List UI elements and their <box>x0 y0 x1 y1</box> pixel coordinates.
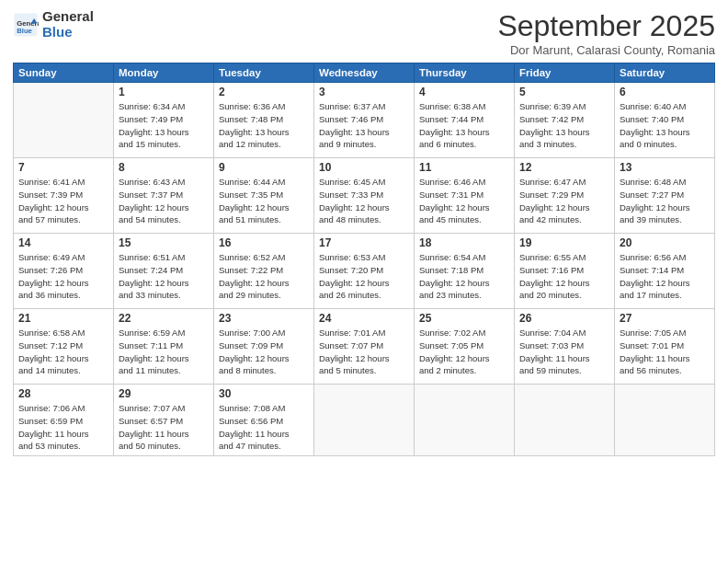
day-number: 28 <box>18 387 108 400</box>
logo: General Blue General Blue <box>13 9 94 40</box>
calendar-cell: 20Sunrise: 6:56 AM Sunset: 7:14 PM Dayli… <box>615 234 715 309</box>
day-info: Sunrise: 6:46 AM Sunset: 7:31 PM Dayligh… <box>419 176 509 226</box>
day-info: Sunrise: 6:58 AM Sunset: 7:12 PM Dayligh… <box>18 327 108 377</box>
day-info: Sunrise: 6:49 AM Sunset: 7:26 PM Dayligh… <box>18 251 108 302</box>
day-number: 27 <box>620 312 710 325</box>
calendar-cell: 14Sunrise: 6:49 AM Sunset: 7:26 PM Dayli… <box>14 234 114 309</box>
svg-text:Blue: Blue <box>17 27 32 35</box>
calendar-cell: 18Sunrise: 6:54 AM Sunset: 7:18 PM Dayli… <box>415 234 515 309</box>
day-number: 9 <box>219 161 309 174</box>
calendar-cell: 21Sunrise: 6:58 AM Sunset: 7:12 PM Dayli… <box>14 309 114 385</box>
day-info: Sunrise: 7:05 AM Sunset: 7:01 PM Dayligh… <box>620 327 710 377</box>
logo-icon: General Blue <box>13 12 39 38</box>
location-title: Dor Marunt, Calarasi County, Romania <box>497 43 715 57</box>
day-number: 17 <box>319 236 409 249</box>
day-info: Sunrise: 6:52 AM Sunset: 7:22 PM Dayligh… <box>219 251 309 302</box>
calendar-cell: 3Sunrise: 6:37 AM Sunset: 7:46 PM Daylig… <box>314 83 415 158</box>
day-info: Sunrise: 6:59 AM Sunset: 7:11 PM Dayligh… <box>119 327 209 377</box>
day-number: 20 <box>620 236 710 249</box>
day-info: Sunrise: 6:47 AM Sunset: 7:29 PM Dayligh… <box>519 176 609 226</box>
day-info: Sunrise: 6:36 AM Sunset: 7:48 PM Dayligh… <box>219 100 309 151</box>
day-number: 7 <box>18 161 108 174</box>
calendar-cell: 24Sunrise: 7:01 AM Sunset: 7:07 PM Dayli… <box>314 309 415 385</box>
day-number: 4 <box>419 86 509 98</box>
calendar-cell: 5Sunrise: 6:39 AM Sunset: 7:42 PM Daylig… <box>515 83 615 158</box>
calendar-cell: 8Sunrise: 6:43 AM Sunset: 7:37 PM Daylig… <box>114 158 214 234</box>
day-number: 13 <box>620 161 710 174</box>
calendar-cell: 11Sunrise: 6:46 AM Sunset: 7:31 PM Dayli… <box>415 158 515 234</box>
calendar-cell: 4Sunrise: 6:38 AM Sunset: 7:44 PM Daylig… <box>415 83 515 158</box>
calendar-cell: 13Sunrise: 6:48 AM Sunset: 7:27 PM Dayli… <box>615 158 715 234</box>
day-info: Sunrise: 6:40 AM Sunset: 7:40 PM Dayligh… <box>620 100 710 151</box>
calendar-cell: 23Sunrise: 7:00 AM Sunset: 7:09 PM Dayli… <box>214 309 314 385</box>
day-info: Sunrise: 6:54 AM Sunset: 7:18 PM Dayligh… <box>419 251 509 302</box>
day-number: 14 <box>18 236 108 249</box>
day-info: Sunrise: 7:07 AM Sunset: 6:57 PM Dayligh… <box>119 402 209 453</box>
day-number: 2 <box>219 86 309 98</box>
day-number: 12 <box>519 161 609 174</box>
calendar-cell <box>615 385 715 456</box>
calendar-cell <box>14 83 114 158</box>
day-number: 1 <box>119 86 209 98</box>
day-info: Sunrise: 6:56 AM Sunset: 7:14 PM Dayligh… <box>620 251 710 302</box>
calendar-cell: 12Sunrise: 6:47 AM Sunset: 7:29 PM Dayli… <box>515 158 615 234</box>
day-info: Sunrise: 7:04 AM Sunset: 7:03 PM Dayligh… <box>519 327 609 377</box>
day-of-week-header: Tuesday <box>214 63 314 83</box>
day-of-week-header: Thursday <box>415 63 515 83</box>
calendar-week-row: 28Sunrise: 7:06 AM Sunset: 6:59 PM Dayli… <box>14 385 715 456</box>
day-info: Sunrise: 6:48 AM Sunset: 7:27 PM Dayligh… <box>620 176 710 226</box>
calendar-cell: 26Sunrise: 7:04 AM Sunset: 7:03 PM Dayli… <box>515 309 615 385</box>
day-info: Sunrise: 6:43 AM Sunset: 7:37 PM Dayligh… <box>119 176 209 226</box>
calendar-cell: 27Sunrise: 7:05 AM Sunset: 7:01 PM Dayli… <box>615 309 715 385</box>
day-number: 24 <box>319 312 409 325</box>
day-info: Sunrise: 7:08 AM Sunset: 6:56 PM Dayligh… <box>219 402 309 453</box>
day-info: Sunrise: 6:45 AM Sunset: 7:33 PM Dayligh… <box>319 176 409 226</box>
calendar-cell: 7Sunrise: 6:41 AM Sunset: 7:39 PM Daylig… <box>14 158 114 234</box>
calendar-cell <box>515 385 615 456</box>
calendar-cell <box>415 385 515 456</box>
calendar-week-row: 1Sunrise: 6:34 AM Sunset: 7:49 PM Daylig… <box>14 83 715 158</box>
day-number: 15 <box>119 236 209 249</box>
day-info: Sunrise: 6:37 AM Sunset: 7:46 PM Dayligh… <box>319 100 409 151</box>
calendar-cell: 10Sunrise: 6:45 AM Sunset: 7:33 PM Dayli… <box>314 158 415 234</box>
calendar-cell: 16Sunrise: 6:52 AM Sunset: 7:22 PM Dayli… <box>214 234 314 309</box>
calendar-cell: 25Sunrise: 7:02 AM Sunset: 7:05 PM Dayli… <box>415 309 515 385</box>
day-number: 16 <box>219 236 309 249</box>
page-header: General Blue General Blue September 2025… <box>13 9 715 57</box>
day-number: 30 <box>219 387 309 400</box>
calendar-cell <box>314 385 415 456</box>
calendar-week-row: 21Sunrise: 6:58 AM Sunset: 7:12 PM Dayli… <box>14 309 715 385</box>
day-number: 22 <box>119 312 209 325</box>
day-number: 29 <box>119 387 209 400</box>
day-of-week-header: Monday <box>114 63 214 83</box>
day-info: Sunrise: 7:06 AM Sunset: 6:59 PM Dayligh… <box>18 402 108 453</box>
calendar-week-row: 7Sunrise: 6:41 AM Sunset: 7:39 PM Daylig… <box>14 158 715 234</box>
calendar-cell: 2Sunrise: 6:36 AM Sunset: 7:48 PM Daylig… <box>214 83 314 158</box>
calendar-cell: 22Sunrise: 6:59 AM Sunset: 7:11 PM Dayli… <box>114 309 214 385</box>
day-info: Sunrise: 6:44 AM Sunset: 7:35 PM Dayligh… <box>219 176 309 226</box>
calendar-cell: 29Sunrise: 7:07 AM Sunset: 6:57 PM Dayli… <box>114 385 214 456</box>
day-number: 26 <box>519 312 609 325</box>
calendar-cell: 6Sunrise: 6:40 AM Sunset: 7:40 PM Daylig… <box>615 83 715 158</box>
day-number: 21 <box>18 312 108 325</box>
calendar: SundayMondayTuesdayWednesdayThursdayFrid… <box>13 63 715 456</box>
day-number: 5 <box>519 86 609 98</box>
day-number: 18 <box>419 236 509 249</box>
calendar-week-row: 14Sunrise: 6:49 AM Sunset: 7:26 PM Dayli… <box>14 234 715 309</box>
calendar-cell: 30Sunrise: 7:08 AM Sunset: 6:56 PM Dayli… <box>214 385 314 456</box>
calendar-cell: 28Sunrise: 7:06 AM Sunset: 6:59 PM Dayli… <box>14 385 114 456</box>
day-info: Sunrise: 6:51 AM Sunset: 7:24 PM Dayligh… <box>119 251 209 302</box>
day-number: 8 <box>119 161 209 174</box>
day-info: Sunrise: 6:38 AM Sunset: 7:44 PM Dayligh… <box>419 100 509 151</box>
day-of-week-header: Friday <box>515 63 615 83</box>
day-info: Sunrise: 7:00 AM Sunset: 7:09 PM Dayligh… <box>219 327 309 377</box>
day-info: Sunrise: 6:34 AM Sunset: 7:49 PM Dayligh… <box>119 100 209 151</box>
day-number: 19 <box>519 236 609 249</box>
day-info: Sunrise: 6:39 AM Sunset: 7:42 PM Dayligh… <box>519 100 609 151</box>
calendar-cell: 9Sunrise: 6:44 AM Sunset: 7:35 PM Daylig… <box>214 158 314 234</box>
month-title: September 2025 <box>497 9 715 43</box>
logo-blue: Blue <box>42 25 94 40</box>
day-info: Sunrise: 6:53 AM Sunset: 7:20 PM Dayligh… <box>319 251 409 302</box>
title-block: September 2025 Dor Marunt, Calarasi Coun… <box>497 9 715 57</box>
day-info: Sunrise: 7:02 AM Sunset: 7:05 PM Dayligh… <box>419 327 509 377</box>
